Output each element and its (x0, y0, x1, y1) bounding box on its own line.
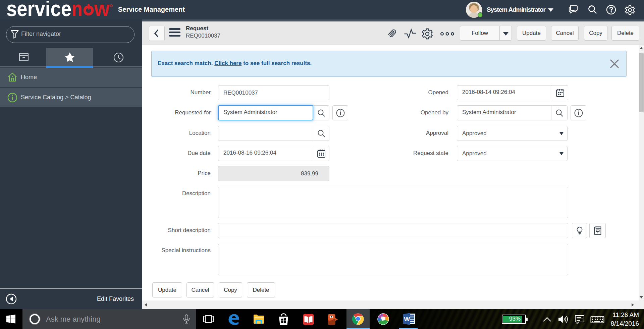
svg-text:W: W (404, 316, 410, 323)
svg-text:n: n (72, 1, 83, 18)
svg-text:w: w (94, 1, 110, 18)
svg-text:service: service (6, 1, 71, 18)
